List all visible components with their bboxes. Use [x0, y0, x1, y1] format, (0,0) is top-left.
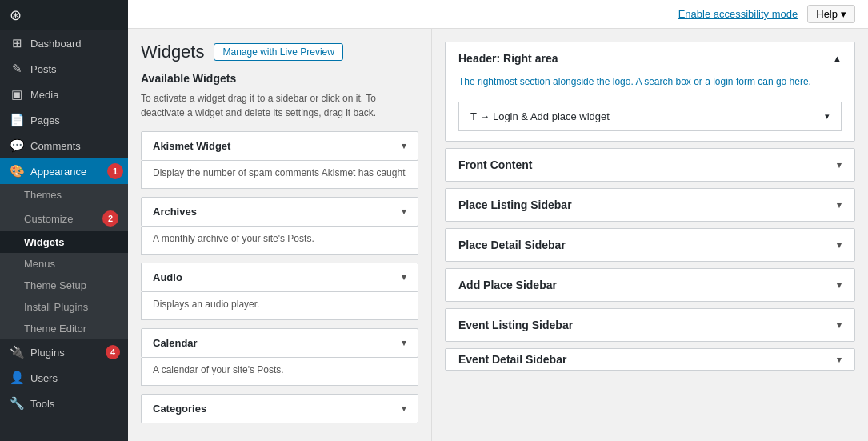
pages-icon: 📄 [10, 113, 24, 127]
sidebar-item-install-plugins[interactable]: Install Plugins [0, 296, 128, 318]
area-event-detail-sidebar[interactable]: Event Detail Sidebar ▾ [445, 348, 855, 371]
widget-row-audio[interactable]: Audio ▾ [141, 263, 418, 292]
themes-label: Themes [24, 189, 62, 201]
sidebar-item-label: Appearance [30, 166, 86, 178]
widget-label: T → Login & Add place widget [470, 110, 610, 122]
theme-setup-label: Theme Setup [24, 279, 86, 291]
customize-label: Customize [24, 213, 73, 225]
sidebar-item-users[interactable]: 👤 Users [0, 365, 128, 391]
widget-desc-audio: Displays an audio player. [141, 292, 418, 320]
theme-editor-label: Theme Editor [24, 323, 86, 335]
available-widgets-heading: Available Widgets [141, 72, 418, 85]
areas-panel: Header: Right area ▲ The rightmost secti… [432, 29, 868, 441]
widget-label: Calendar [153, 337, 198, 349]
widget-desc-archives: A monthly archive of your site's Posts. [141, 227, 418, 255]
appearance-badge: 1 [107, 163, 123, 179]
area-label: Place Detail Sidebar [458, 239, 566, 251]
widget-desc-akismet: Display the number of spam comments Akis… [141, 161, 418, 189]
area-front-content[interactable]: Front Content ▾ [445, 148, 855, 182]
accessibility-link[interactable]: Enable accessibility mode [678, 8, 798, 20]
area-header-right-title[interactable]: Header: Right area ▲ [446, 42, 854, 74]
sidebar-item-label: Plugins [30, 347, 65, 359]
appearance-submenu: Themes Customize 2 Widgets Menus Theme S… [0, 184, 128, 339]
help-arrow-icon: ▾ [841, 8, 846, 20]
sidebar-item-media[interactable]: ▣ Media [0, 82, 128, 107]
chevron-down-icon: ▾ [837, 355, 842, 365]
sidebar-item-label: Media [30, 89, 58, 101]
plugins-badge: 4 [106, 345, 120, 359]
area-event-listing-sidebar[interactable]: Event Listing Sidebar ▾ [445, 308, 855, 342]
chevron-down-icon: ▾ [837, 280, 842, 291]
widget-row-archives[interactable]: Archives ▾ [141, 197, 418, 227]
sidebar-item-themes[interactable]: Themes [0, 184, 128, 206]
sidebar-logo: ⊛ [0, 0, 128, 30]
wp-icon: ⊛ [10, 6, 22, 24]
media-icon: ▣ [10, 87, 24, 102]
tools-icon: 🔧 [10, 396, 24, 411]
area-label: Front Content [458, 158, 533, 171]
widget-label: Akismet Widget [153, 140, 230, 152]
sidebar-item-dashboard[interactable]: ⊞ Dashboard [0, 30, 128, 56]
sidebar-item-customize[interactable]: Customize 2 [0, 206, 128, 231]
topbar: Enable accessibility mode Help ▾ [128, 0, 868, 29]
chevron-down-icon: ▾ [402, 206, 406, 217]
main-area: Enable accessibility mode Help ▾ Widgets… [128, 0, 868, 441]
area-label: Add Place Sidebar [458, 279, 557, 291]
widget-row-categories[interactable]: Categories ▾ [141, 394, 418, 423]
comments-icon: 💬 [10, 138, 24, 153]
sidebar-item-comments[interactable]: 💬 Comments [0, 133, 128, 158]
sidebar-item-posts[interactable]: ✎ Posts [0, 56, 128, 82]
sidebar-item-menus[interactable]: Menus [0, 253, 128, 275]
sidebar-item-label: Users [30, 372, 58, 384]
chevron-up-icon: ▲ [833, 54, 842, 63]
menus-label: Menus [24, 258, 55, 270]
sidebar-item-theme-setup[interactable]: Theme Setup [0, 275, 128, 296]
sidebar-item-widgets[interactable]: Widgets [0, 231, 128, 253]
chevron-down-icon: ▾ [837, 200, 842, 210]
chevron-down-icon: ▾ [837, 320, 842, 331]
chevron-down-icon: ▾ [402, 338, 406, 348]
widgets-label: Widgets [24, 236, 64, 248]
sidebar-item-label: Tools [30, 398, 54, 410]
appearance-icon: 🎨 [10, 164, 24, 178]
chevron-down-icon: ▾ [825, 111, 830, 122]
sidebar-item-theme-editor[interactable]: Theme Editor [0, 318, 128, 339]
plugins-icon: 🔌 [10, 345, 24, 359]
area-label: Event Detail Sidebar [458, 353, 566, 366]
area-label: Header: Right area [458, 52, 558, 65]
area-label: Event Listing Sidebar [458, 319, 573, 331]
dashboard-icon: ⊞ [10, 36, 24, 50]
area-place-detail-sidebar[interactable]: Place Detail Sidebar ▾ [445, 228, 855, 262]
widget-label: Archives [153, 206, 197, 218]
sidebar-item-appearance[interactable]: 🎨 Appearance 1 [0, 158, 128, 184]
area-place-listing-sidebar[interactable]: Place Listing Sidebar ▾ [445, 188, 855, 222]
chevron-down-icon: ▾ [837, 160, 842, 170]
sidebar: ⊛ ⊞ Dashboard ✎ Posts ▣ Media 📄 Pages 💬 … [0, 0, 128, 441]
widget-row-akismet[interactable]: Akismet Widget ▾ [141, 131, 418, 161]
chevron-down-icon: ▾ [402, 403, 406, 414]
live-preview-button[interactable]: Manage with Live Preview [214, 43, 342, 61]
widgets-instructions: To activate a widget drag it to a sideba… [141, 91, 418, 120]
sidebar-item-label: Dashboard [30, 38, 82, 50]
content-area: Widgets Manage with Live Preview Availab… [128, 29, 868, 441]
widget-label: Categories [153, 403, 206, 415]
help-button[interactable]: Help ▾ [807, 5, 855, 23]
users-icon: 👤 [10, 371, 24, 385]
chevron-down-icon: ▾ [402, 272, 406, 283]
widget-label: Audio [153, 271, 182, 283]
area-header-right-desc: The rightmost section alongside the logo… [446, 74, 854, 95]
customize-badge: 2 [102, 210, 118, 227]
posts-icon: ✎ [10, 62, 24, 76]
sidebar-item-plugins[interactable]: 🔌 Plugins 4 [0, 339, 128, 365]
area-label: Place Listing Sidebar [458, 198, 572, 211]
chevron-down-icon: ▾ [402, 141, 406, 151]
widget-row-calendar[interactable]: Calendar ▾ [141, 328, 418, 358]
widgets-panel: Widgets Manage with Live Preview Availab… [128, 29, 432, 441]
sidebar-item-label: Posts [30, 63, 57, 75]
area-add-place-sidebar[interactable]: Add Place Sidebar ▾ [445, 268, 855, 302]
sidebar-item-tools[interactable]: 🔧 Tools [0, 391, 128, 416]
sidebar-item-label: Pages [30, 114, 60, 126]
sidebar-item-pages[interactable]: 📄 Pages [0, 107, 128, 133]
area-widget-t-login[interactable]: T → Login & Add place widget ▾ [458, 102, 842, 131]
widget-desc-calendar: A calendar of your site's Posts. [141, 358, 418, 386]
